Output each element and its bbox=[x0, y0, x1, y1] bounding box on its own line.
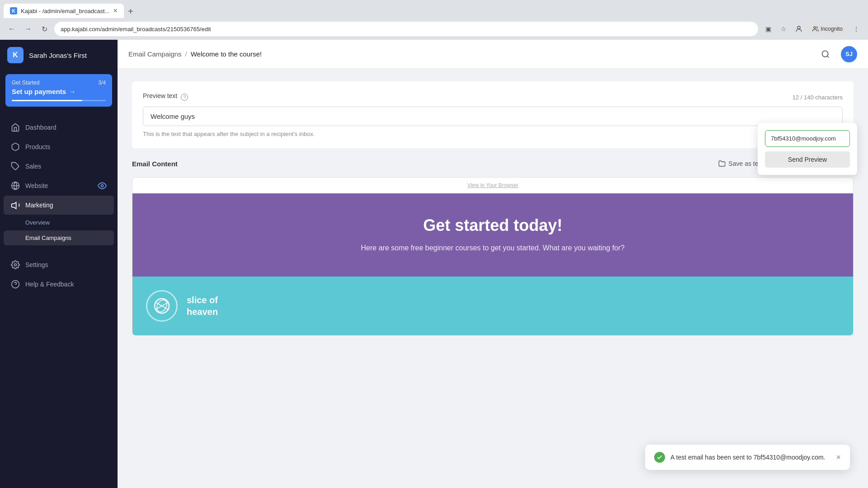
menu-button[interactable]: ⋮ bbox=[850, 23, 863, 35]
gear-icon bbox=[11, 260, 20, 269]
sidebar-item-products[interactable]: Products bbox=[4, 137, 114, 156]
cta-progress-bar bbox=[12, 100, 106, 101]
user-avatar[interactable]: SJ bbox=[841, 46, 857, 62]
cta-title-text: Set up payments bbox=[12, 88, 66, 95]
svg-point-5 bbox=[101, 185, 104, 187]
sidebar-item-website[interactable]: Website bbox=[4, 176, 114, 195]
search-button[interactable] bbox=[817, 46, 834, 62]
cta-progress-fill bbox=[12, 100, 82, 101]
preview-text-input[interactable] bbox=[143, 107, 843, 126]
breadcrumb: Email Campaigns / Welcome to the course! bbox=[128, 50, 262, 58]
toast-notification: A test email has been sent to 7bf54310@m… bbox=[645, 445, 850, 470]
preview-text-label: Preview text bbox=[143, 92, 177, 99]
send-preview-button[interactable]: Send Preview bbox=[765, 151, 850, 168]
sidebar-item-dashboard[interactable]: Dashboard bbox=[4, 118, 114, 137]
email-hero-section: Get started today! Here are some free be… bbox=[132, 193, 853, 277]
email-product-name: slice ofheaven bbox=[187, 294, 218, 318]
sidebar-item-label: Products bbox=[25, 143, 50, 150]
back-button[interactable]: ← bbox=[5, 23, 18, 35]
lemon-icon bbox=[153, 297, 171, 315]
tab-title: Kajabi - /admin/email_broadcast... bbox=[21, 8, 110, 14]
view-in-browser-link[interactable]: View in Your Browser bbox=[467, 182, 518, 188]
refresh-button[interactable]: ↻ bbox=[38, 23, 51, 35]
url-text: app.kajabi.com/admin/email_broadcasts/21… bbox=[61, 26, 211, 33]
svg-point-9 bbox=[822, 51, 828, 56]
sidebar-item-marketing[interactable]: Marketing bbox=[4, 196, 114, 215]
box-icon bbox=[11, 142, 20, 151]
cta-arrow-icon: → bbox=[69, 88, 75, 95]
send-test-popup: Send Preview bbox=[758, 123, 857, 175]
sidebar-subitem-email-campaigns[interactable]: Email Campaigns bbox=[4, 230, 114, 245]
breadcrumb-parent-link[interactable]: Email Campaigns bbox=[128, 50, 182, 58]
new-tab-button[interactable]: + bbox=[124, 5, 137, 18]
globe-icon bbox=[11, 181, 20, 190]
sidebar-subitem-label: Overview bbox=[25, 219, 50, 226]
toast-message: A test email has been sent to 7bf54310@m… bbox=[670, 454, 825, 461]
get-started-cta[interactable]: Get Started 3/4 Set up payments → bbox=[5, 74, 112, 107]
sidebar-item-label: Settings bbox=[25, 261, 48, 268]
cta-step-count: 3/4 bbox=[98, 80, 106, 86]
checkmark-icon bbox=[656, 454, 663, 460]
svg-point-0 bbox=[797, 26, 800, 29]
sidebar-navigation: Dashboard Products Sales bbox=[0, 114, 118, 488]
breadcrumb-current: Welcome to the course! bbox=[191, 50, 262, 58]
preview-hint: This is the text that appears after the … bbox=[143, 131, 843, 137]
svg-point-1 bbox=[814, 27, 816, 29]
sidebar-brand-name: Sarah Jonas's First bbox=[29, 52, 87, 59]
toast-check-icon bbox=[654, 452, 665, 463]
url-bar[interactable]: app.kajabi.com/admin/email_broadcasts/21… bbox=[54, 22, 758, 36]
product-icon bbox=[146, 290, 178, 322]
info-icon[interactable]: ? bbox=[181, 94, 188, 101]
sidebar-item-help[interactable]: Help & Feedback bbox=[4, 275, 114, 294]
sidebar-item-label: Sales bbox=[25, 163, 41, 170]
sidebar-item-settings[interactable]: Settings bbox=[4, 255, 114, 274]
char-count: 12 / 140 characters bbox=[793, 94, 843, 101]
tab-close-button[interactable]: × bbox=[113, 7, 118, 14]
email-content-title: Email Content bbox=[132, 160, 178, 168]
help-icon bbox=[11, 280, 20, 289]
sidebar-item-label: Marketing bbox=[25, 202, 53, 209]
topbar: Email Campaigns / Welcome to the course!… bbox=[118, 40, 868, 69]
email-preview: View in Your Browser Get started today! … bbox=[132, 177, 854, 336]
view-in-browser: View in Your Browser bbox=[132, 178, 853, 193]
email-content-section: Email Content Save as template bbox=[132, 157, 854, 336]
email-product-section: slice ofheaven bbox=[132, 277, 853, 335]
email-hero-title: Get started today! bbox=[146, 216, 840, 235]
email-hero-subtitle: Here are some free beginner courses to g… bbox=[146, 242, 840, 254]
sidebar-logo: K bbox=[7, 47, 24, 63]
forward-button[interactable]: → bbox=[22, 23, 34, 35]
preview-text-section: Preview text ? 12 / 140 characters This … bbox=[132, 81, 854, 148]
cast-button[interactable]: ▣ bbox=[762, 23, 774, 35]
sidebar: K Sarah Jonas's First Get Started 3/4 Se… bbox=[0, 40, 118, 488]
svg-point-6 bbox=[14, 264, 17, 266]
home-icon bbox=[11, 123, 20, 132]
incognito-badge: Incognito bbox=[808, 24, 847, 34]
sidebar-item-label: Help & Feedback bbox=[25, 281, 74, 288]
folder-icon bbox=[718, 160, 726, 167]
toast-close-button[interactable]: × bbox=[836, 453, 841, 462]
breadcrumb-separator: / bbox=[185, 50, 187, 58]
test-email-input[interactable] bbox=[765, 130, 850, 147]
tab-favicon: K bbox=[10, 7, 17, 14]
tag-icon bbox=[11, 162, 20, 171]
sidebar-item-label: Dashboard bbox=[25, 124, 57, 131]
svg-line-10 bbox=[827, 56, 829, 57]
browser-chrome: K Kajabi - /admin/email_broadcast... × +… bbox=[0, 0, 868, 40]
content-area: Preview text ? 12 / 140 characters This … bbox=[118, 69, 868, 488]
sidebar-item-sales[interactable]: Sales bbox=[4, 157, 114, 176]
sidebar-item-label: Website bbox=[25, 182, 48, 189]
profile-button[interactable] bbox=[793, 23, 805, 35]
cta-step-label: Get Started bbox=[12, 80, 39, 86]
active-tab[interactable]: K Kajabi - /admin/email_broadcast... × bbox=[4, 4, 124, 18]
sidebar-subitem-overview[interactable]: Overview bbox=[4, 215, 114, 230]
logo-letter: K bbox=[13, 51, 18, 59]
search-icon bbox=[821, 50, 830, 59]
topbar-actions: SJ bbox=[817, 46, 857, 62]
sidebar-subitem-label: Email Campaigns bbox=[25, 235, 71, 241]
eye-icon bbox=[98, 181, 107, 190]
incognito-label: Incognito bbox=[821, 26, 843, 32]
bookmark-button[interactable]: ☆ bbox=[777, 23, 790, 35]
megaphone-icon bbox=[11, 201, 20, 210]
